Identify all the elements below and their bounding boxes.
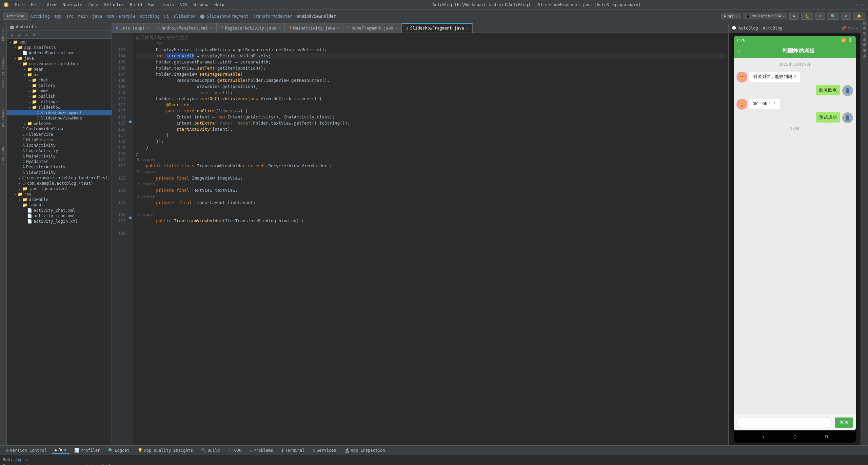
emulator-pin-btn[interactable]: 📌 bbox=[841, 26, 846, 31]
tree-iconactivity[interactable]: A IconActivity bbox=[7, 143, 112, 148]
menu-view[interactable]: View bbox=[44, 2, 59, 8]
phone-home-nav[interactable]: ○ bbox=[793, 434, 796, 439]
notifications-button[interactable]: 🔔 bbox=[853, 13, 865, 20]
run-tab-profiler[interactable]: 📊 Profiler bbox=[71, 447, 104, 453]
breadcrumb-adapter[interactable]: TransformAdapter bbox=[253, 14, 292, 19]
menu-edit[interactable]: Edit bbox=[28, 2, 43, 8]
tree-slideshowfragment[interactable]: C SlideshowFragment bbox=[7, 110, 112, 115]
panel-settings-btn[interactable]: ⚙ bbox=[9, 32, 15, 38]
breadcrumb-example[interactable]: example bbox=[118, 14, 136, 19]
breadcrumb-slideshow[interactable]: slideshow bbox=[174, 14, 196, 19]
run-config-selector[interactable]: ▶ app ▾ bbox=[721, 13, 741, 19]
right-icon-multiple[interactable]: 多开 bbox=[862, 41, 867, 45]
run-tab-terminal[interactable]: $ Terminal bbox=[278, 447, 308, 453]
tree-mainactivity[interactable]: A MainActivity bbox=[7, 153, 112, 159]
tree-gallery[interactable]: ▸ 📁 gallery bbox=[7, 83, 112, 88]
menu-tools[interactable]: Tools bbox=[159, 2, 177, 8]
run-tab-build[interactable]: 🔨 Build bbox=[198, 447, 223, 453]
tree-httpservice[interactable]: C HttpService bbox=[7, 137, 112, 143]
tab-register-close[interactable]: ✕ bbox=[278, 26, 280, 30]
breadcrumb-method[interactable]: onBindViewHolder bbox=[297, 14, 336, 19]
right-icon-more[interactable]: 更多 bbox=[862, 57, 867, 62]
right-icon-settings2[interactable]: 设置 bbox=[862, 52, 867, 56]
tree-java[interactable]: ▾ 📁 java bbox=[7, 56, 112, 61]
breadcrumb-class[interactable]: ⬤ SlideshowFragment bbox=[200, 14, 249, 19]
phone-text-input[interactable] bbox=[736, 417, 832, 428]
close-button[interactable]: ✕ bbox=[860, 2, 865, 7]
breadcrumb-ui[interactable]: ui bbox=[164, 14, 169, 19]
phone-back-btn[interactable]: ‹ bbox=[738, 48, 742, 55]
breadcrumb-src[interactable]: src bbox=[66, 14, 74, 19]
emulator-collapse-btn[interactable]: — bbox=[852, 26, 854, 31]
console-logcat-link[interactable]: Open logcat panel for emulator emulator-… bbox=[3, 463, 111, 465]
tree-ui[interactable]: ▾ 📁 ui bbox=[7, 72, 112, 77]
run-close-icon[interactable]: ✕ bbox=[25, 457, 28, 462]
menu-refactor[interactable]: Refactor bbox=[101, 2, 126, 8]
tree-layout[interactable]: ▾ 📁 layout bbox=[7, 202, 112, 208]
tree-home[interactable]: ▸ 📁 home bbox=[7, 88, 112, 94]
tab-slideshow-close[interactable]: ✕ bbox=[466, 26, 468, 30]
breadcrumb-java[interactable]: java bbox=[92, 14, 102, 19]
menu-file[interactable]: File bbox=[12, 2, 27, 8]
breadcrumb-actcblog2[interactable]: actcblog bbox=[140, 14, 160, 19]
menu-build[interactable]: Build bbox=[127, 2, 145, 8]
phone-back-nav[interactable]: ‹ bbox=[762, 433, 765, 440]
project-tree[interactable]: ▾ 📁 app ▾ 📁 app manifests 📄 AndroidManif… bbox=[7, 39, 112, 445]
tree-drawable[interactable]: ▸ 📁 drawable bbox=[7, 197, 112, 202]
tree-res[interactable]: ▾ 📁 res bbox=[7, 191, 112, 197]
tab-kts-close[interactable]: ✕ bbox=[147, 26, 149, 30]
run-tab-todo[interactable]: ✓ TODO bbox=[224, 447, 245, 453]
menu-vcs[interactable]: VCS bbox=[177, 2, 190, 8]
panel-sort-btn[interactable]: ↕ bbox=[24, 32, 30, 38]
menu-help[interactable]: Help bbox=[212, 2, 227, 8]
emulator-close-btn[interactable]: ✕ bbox=[855, 26, 858, 31]
debug-button[interactable]: 🐛 bbox=[801, 13, 813, 20]
sync-button[interactable]: ↺ bbox=[815, 13, 825, 20]
minimize-button[interactable]: — bbox=[846, 2, 852, 7]
tree-publish[interactable]: ▸ 📁 publish bbox=[7, 94, 112, 99]
tree-viewactivity[interactable]: A ViewActivity bbox=[7, 170, 112, 175]
panel-gear-btn[interactable]: ⚙ bbox=[31, 32, 37, 38]
run-tab-run[interactable]: ▶ Run bbox=[52, 447, 70, 454]
tab-registeractivity[interactable]: J RegisterActivity.java ✕ bbox=[217, 23, 285, 33]
tree-bean[interactable]: ▸ 📁 bean bbox=[7, 67, 112, 72]
tab-main-close[interactable]: ✕ bbox=[337, 26, 339, 30]
run-button[interactable]: ▶ bbox=[789, 13, 799, 20]
tree-slideshowviewmodel[interactable]: C SlideshowViewMode bbox=[7, 115, 112, 121]
menu-window[interactable]: Window bbox=[191, 2, 211, 8]
search-button[interactable]: 🔍 bbox=[827, 13, 839, 20]
breadcrumb-com[interactable]: com bbox=[106, 14, 114, 19]
tree-slideshow[interactable]: ▾ 📁 slideshow bbox=[7, 105, 112, 110]
tree-test[interactable]: ▸ ⬡ com.example.actcblog (test) bbox=[7, 181, 112, 186]
tree-welcome[interactable]: ▸ 📁 welcome bbox=[7, 121, 112, 126]
run-tab-version-control[interactable]: ◎ Version Control bbox=[3, 447, 50, 453]
run-app-btn[interactable]: app bbox=[15, 457, 23, 462]
tab-slideshowfragment[interactable]: J SlideshowFragment.java ✕ bbox=[402, 23, 473, 33]
right-icon-install[interactable]: 安装 bbox=[862, 46, 867, 51]
emulator-settings-btn[interactable]: ⚙ bbox=[848, 26, 850, 31]
structure-label[interactable]: Structure bbox=[2, 143, 5, 168]
bookmarks-label[interactable]: Bookmarks bbox=[2, 105, 5, 130]
run-tab-app-inspection[interactable]: 🔬 App Inspection bbox=[341, 447, 389, 453]
tree-activity-chat[interactable]: 📄 activity_chat.xml bbox=[7, 208, 112, 213]
run-tab-logcat[interactable]: 🔍 Logcat bbox=[105, 447, 133, 453]
resource-manager-label[interactable]: Resource Manager bbox=[2, 51, 5, 91]
phone-recents-nav[interactable]: □ bbox=[825, 434, 828, 439]
tab-kts[interactable]: K .kts (app) ✕ bbox=[112, 23, 153, 33]
menu-navigate[interactable]: Navigate bbox=[60, 2, 85, 8]
tree-registeractivity[interactable]: A RegisterActivity bbox=[7, 164, 112, 170]
tree-chat[interactable]: ▸ 📁 chat bbox=[7, 77, 112, 83]
tree-myadapter[interactable]: C MyAdapter bbox=[7, 159, 112, 164]
project-selector[interactable]: ActcBlog bbox=[3, 13, 28, 20]
phone-input-bar[interactable]: 发送 bbox=[734, 414, 856, 430]
tree-manifests[interactable]: ▾ 📁 app manifests bbox=[7, 45, 112, 50]
tree-java-generated[interactable]: ▸ 📁 java (generated) bbox=[7, 186, 112, 191]
tab-manifest-close[interactable]: ✕ bbox=[210, 26, 212, 30]
settings-button[interactable]: ⚙ bbox=[841, 13, 851, 20]
right-icon-recent[interactable]: 最近 bbox=[862, 35, 867, 40]
right-icon-notifications[interactable]: 通知 bbox=[862, 24, 867, 29]
code-content[interactable]: 设置联系人每个条条的宽度 */ DisplayMetrics displayMe… bbox=[133, 33, 728, 445]
tab-home-close[interactable]: ✕ bbox=[395, 26, 397, 30]
menu-code[interactable]: Code bbox=[86, 2, 101, 8]
right-icon-all-files[interactable]: 全部 bbox=[862, 30, 867, 35]
